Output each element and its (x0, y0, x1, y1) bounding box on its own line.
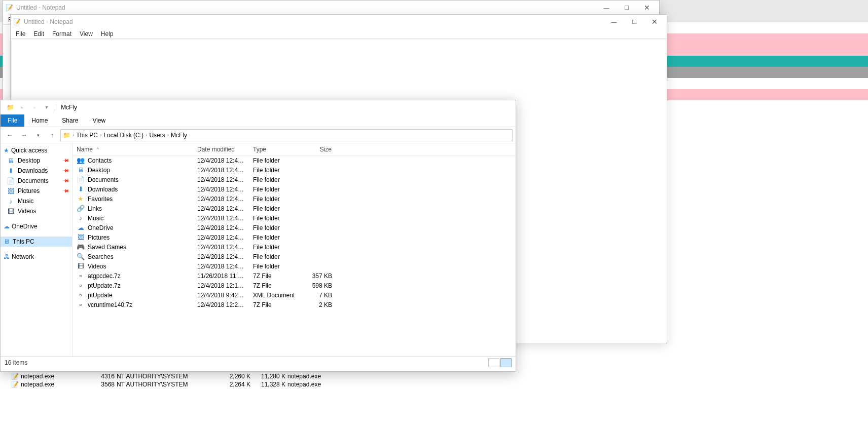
titlebar[interactable]: 📝 Untitled - Notepad — ☐ ✕ (3, 1, 659, 15)
tab-file[interactable]: File (1, 114, 24, 127)
file-row[interactable]: ⬇Downloads12/4/2018 12:47 AMFile folder (73, 184, 516, 194)
tab-home[interactable]: Home (24, 114, 55, 127)
menu-file[interactable]: File (12, 29, 29, 38)
menu-edit[interactable]: Edit (29, 29, 48, 38)
window-title: Untitled - Notepad (16, 4, 65, 11)
file-name: Saved Games (88, 244, 126, 251)
file-icon: 👥 (77, 157, 85, 165)
file-icon: 🎞 (77, 262, 85, 270)
qat-newfolder-icon[interactable]: ▫ (29, 102, 40, 113)
file-icon: ▫ (77, 301, 85, 309)
file-type: File folder (249, 196, 301, 203)
menu-format[interactable]: Format (48, 29, 76, 38)
chevron-right-icon[interactable]: › (100, 132, 101, 138)
file-date: 12/4/2018 12:48 AM (193, 224, 249, 231)
col-date[interactable]: Date modified (193, 146, 249, 153)
proc-pid: 3568 (94, 381, 115, 388)
file-row[interactable]: ▫ptUpdate12/4/2018 9:42 AMXML Document7 … (73, 290, 516, 300)
breadcrumb[interactable]: 📁 › This PC › Local Disk (C:) › Users › … (60, 129, 513, 141)
menu-help[interactable]: Help (97, 29, 118, 38)
nav-quick-access[interactable]: ★ Quick access (1, 145, 72, 155)
titlebar[interactable]: 📁 ▫ ▫ ▼ | McFly (1, 100, 516, 114)
titlebar[interactable]: 📝 Untitled - Notepad — ☐ ✕ (11, 15, 667, 29)
menu-bar: File Edit Format View Help (11, 29, 667, 39)
file-icon: ▫ (77, 291, 85, 299)
file-row[interactable]: 🎞Videos12/4/2018 12:47 AMFile folder (73, 261, 516, 271)
nav-item-downloads[interactable]: ⬇Downloads📌 (1, 166, 72, 176)
close-button[interactable]: ✕ (637, 1, 657, 15)
view-icons-button[interactable] (500, 358, 512, 367)
file-icon: ☁ (77, 224, 85, 232)
file-size: 7 KB (301, 292, 336, 299)
minimize-button[interactable]: — (604, 15, 624, 29)
pin-icon: 📌 (62, 167, 70, 175)
crumb-users[interactable]: Users (149, 132, 165, 139)
file-row[interactable]: ♪Music12/4/2018 12:47 AMFile folder (73, 213, 516, 223)
file-row[interactable]: 🖼Pictures12/4/2018 12:47 AMFile folder (73, 232, 516, 242)
nav-item-pictures[interactable]: 🖼Pictures📌 (1, 186, 72, 196)
qat-dropdown-icon[interactable]: ▼ (41, 102, 52, 113)
tab-view[interactable]: View (85, 114, 113, 127)
process-row[interactable]: 📝notepad.exe4316NT AUTHORITY\SYSTEM2,260… (1, 372, 356, 380)
tab-share[interactable]: Share (55, 114, 85, 127)
ribbon-tabs: File Home Share View (1, 114, 516, 127)
file-icon: 📄 (77, 176, 85, 184)
nav-item-documents[interactable]: 📄Documents📌 (1, 176, 72, 186)
file-row[interactable]: ▫atgpcdec.7z11/26/2018 11:26 …7Z File357… (73, 271, 516, 281)
nav-network[interactable]: 🖧 Network (1, 252, 72, 262)
recent-button[interactable]: ▾ (32, 129, 44, 141)
file-type: File folder (249, 176, 301, 183)
back-button[interactable]: ← (4, 129, 16, 141)
nav-item-videos[interactable]: 🎞Videos (1, 206, 72, 216)
folder-icon[interactable]: 📁 (5, 102, 16, 113)
crumb-mcfly[interactable]: McFly (171, 132, 187, 139)
col-size[interactable]: Size (301, 146, 336, 153)
nav-item-music[interactable]: ♪Music (1, 196, 72, 206)
file-name: Pictures (88, 234, 110, 241)
nav-this-pc[interactable]: 🖥 This PC (1, 237, 72, 247)
file-icon: ★ (77, 195, 85, 203)
file-list[interactable]: Name^ Date modified Type Size 👥Contacts1… (73, 143, 516, 356)
crumb-thispc[interactable]: This PC (76, 132, 98, 139)
file-row[interactable]: 🎮Saved Games12/4/2018 12:47 AMFile folde… (73, 242, 516, 252)
chevron-right-icon[interactable]: › (167, 132, 169, 138)
nav-onedrive[interactable]: ☁ OneDrive (1, 221, 72, 231)
file-date: 12/4/2018 12:47 AM (193, 263, 249, 270)
close-button[interactable]: ✕ (644, 15, 665, 29)
file-explorer-window[interactable]: 📁 ▫ ▫ ▼ | McFly File Home Share View ← →… (0, 100, 516, 372)
window-title: McFly (61, 104, 77, 111)
chevron-right-icon[interactable]: › (146, 132, 147, 138)
file-row[interactable]: 👥Contacts12/4/2018 12:47 AMFile folder (73, 155, 516, 165)
col-name[interactable]: Name^ (73, 146, 193, 153)
file-row[interactable]: ☁OneDrive12/4/2018 12:48 AMFile folder (73, 223, 516, 232)
maximize-button[interactable]: ☐ (617, 1, 637, 15)
nav-label: Videos (18, 208, 36, 215)
file-row[interactable]: 🖥Desktop12/4/2018 12:47 AMFile folder (73, 165, 516, 175)
view-details-button[interactable] (488, 358, 499, 367)
file-row[interactable]: 🔗Links12/4/2018 12:47 AMFile folder (73, 204, 516, 213)
star-icon: ★ (4, 147, 9, 154)
maximize-button[interactable]: ☐ (624, 15, 644, 29)
file-row[interactable]: 📄Documents12/4/2018 12:47 AMFile folder (73, 175, 516, 184)
nav-pane[interactable]: ★ Quick access 🖥Desktop📌⬇Downloads📌📄Docu… (1, 143, 73, 356)
file-size: 357 KB (301, 272, 336, 280)
forward-button[interactable]: → (18, 129, 30, 141)
up-button[interactable]: ↑ (46, 129, 58, 141)
nav-label: Documents (18, 177, 49, 184)
menu-view[interactable]: View (76, 29, 97, 38)
file-row[interactable]: 🔍Searches12/4/2018 12:47 AMFile folder (73, 252, 516, 261)
file-name: Music (88, 215, 103, 222)
minimize-button[interactable]: — (596, 1, 617, 15)
file-row[interactable]: ★Favorites12/4/2018 12:47 AMFile folder (73, 194, 516, 204)
col-type[interactable]: Type (249, 146, 301, 153)
crumb-drive[interactable]: Local Disk (C:) (103, 132, 143, 139)
chevron-right-icon[interactable]: › (73, 132, 74, 138)
file-row[interactable]: ▫ptUpdate.7z12/4/2018 12:19 AM7Z File598… (73, 281, 516, 290)
file-type: XML Document (249, 292, 301, 299)
process-row[interactable]: 📝notepad.exe3568NT AUTHORITY\SYSTEM2,264… (1, 380, 356, 388)
file-type: File folder (249, 263, 301, 270)
window-title: Untitled - Notepad (24, 18, 73, 25)
qat-properties-icon[interactable]: ▫ (17, 102, 28, 113)
nav-item-desktop[interactable]: 🖥Desktop📌 (1, 155, 72, 166)
file-row[interactable]: ▫vcruntime140.7z12/4/2018 12:22 AM7Z Fil… (73, 300, 516, 309)
